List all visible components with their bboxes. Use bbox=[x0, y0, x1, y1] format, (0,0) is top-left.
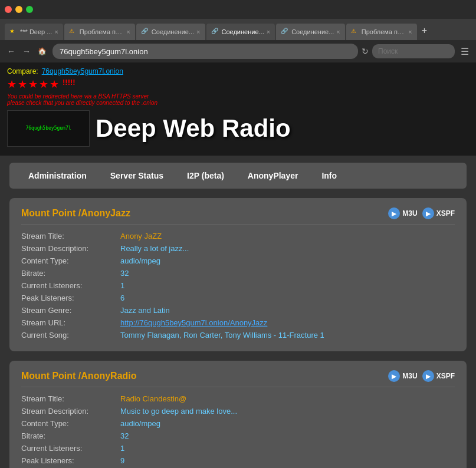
m3u-label-radio: M3U bbox=[402, 372, 417, 380]
tab-close-1[interactable]: × bbox=[54, 28, 58, 35]
tab-label-3: Соединение... bbox=[152, 28, 194, 35]
xspf-button-anony-jazz[interactable]: ▶ XSPF bbox=[422, 207, 455, 219]
back-button[interactable]: ← bbox=[5, 45, 18, 57]
nav-buttons: ← → 🏠 bbox=[5, 45, 49, 57]
search-input[interactable] bbox=[372, 44, 455, 58]
stream-info-anony-radio: Stream Title: Radio Clandestin@ Stream D… bbox=[21, 394, 455, 465]
tab-label-6: Проблема пр... bbox=[362, 28, 406, 35]
value-stream-title-jazz: Anony JaZZ bbox=[120, 232, 455, 240]
m3u-play-icon-radio: ▶ bbox=[388, 370, 400, 382]
home-button[interactable]: 🏠 bbox=[35, 46, 49, 57]
label-current-song-jazz: Current Song: bbox=[21, 331, 116, 340]
value-bitrate-jazz: 32 bbox=[120, 269, 455, 278]
mount-actions-anony-jazz: ▶ M3U ▶ XSPF bbox=[388, 207, 455, 219]
tab-close-2[interactable]: × bbox=[126, 28, 130, 35]
minimize-window-btn[interactable] bbox=[15, 6, 22, 13]
stream-info-anony-jazz: Stream Title: Anony JaZZ Stream Descript… bbox=[21, 232, 455, 340]
maximize-window-btn[interactable] bbox=[26, 6, 33, 13]
title-bar bbox=[0, 0, 476, 19]
label-stream-desc-radio: Stream Description: bbox=[21, 407, 116, 416]
value-current-listeners-radio: 1 bbox=[120, 444, 455, 453]
label-bitrate-jazz: Bitrate: bbox=[21, 269, 116, 278]
xspf-play-icon: ▶ bbox=[422, 207, 434, 219]
label-stream-desc-jazz: Stream Description: bbox=[21, 244, 116, 253]
mount-title-anony-jazz: Mount Point /AnonyJazz bbox=[21, 208, 130, 219]
tab-favicon-1: ★ bbox=[9, 28, 18, 36]
compare-bar: Compare: 76qugh5bey5gum7l.onion bbox=[7, 67, 469, 75]
forward-button[interactable]: → bbox=[20, 45, 33, 57]
tab-favicon-6: ⚠ bbox=[351, 28, 359, 36]
label-peak-listeners-radio: Peak Listeners: bbox=[21, 456, 116, 465]
tab-6[interactable]: ⚠ Проблема пр... × bbox=[346, 24, 417, 40]
address-bar: ← → 🏠 ↻ ☰ bbox=[0, 40, 476, 62]
tab-close-4[interactable]: × bbox=[267, 28, 270, 35]
m3u-button-anony-jazz[interactable]: ▶ M3U bbox=[388, 207, 417, 219]
logo-area: 76qugh5bey5gum7l Deep Web Radio bbox=[7, 108, 469, 149]
label-peak-listeners-jazz: Peak Listeners: bbox=[21, 294, 116, 302]
warning-text-2: please check that you are directly conne… bbox=[7, 100, 469, 106]
label-stream-genre-jazz: Stream Genre: bbox=[21, 306, 116, 315]
browser-chrome: ★ *** Deep ... × ⚠ Проблема пр... × 🔗 Со… bbox=[0, 0, 476, 62]
mount-header-anony-jazz: Mount Point /AnonyJazz ▶ M3U ▶ XSPF bbox=[21, 207, 455, 225]
label-stream-title-jazz: Stream Title: bbox=[21, 232, 116, 240]
tab-3[interactable]: 🔗 Соединение... × bbox=[136, 24, 205, 40]
nav-item-server-status[interactable]: Server Status bbox=[99, 165, 175, 186]
m3u-play-icon: ▶ bbox=[388, 207, 400, 219]
star-1: ★ bbox=[7, 78, 17, 91]
close-window-btn[interactable] bbox=[5, 6, 12, 13]
nav-item-anony-player[interactable]: AnonyPlayer bbox=[236, 165, 310, 186]
star-5: ★ bbox=[50, 78, 59, 91]
nav-item-info[interactable]: Info bbox=[310, 165, 349, 186]
xspf-button-anony-radio[interactable]: ▶ XSPF bbox=[422, 370, 455, 382]
value-stream-desc-jazz: Really a lot of jazz... bbox=[120, 244, 455, 253]
mount-card-anony-jazz: Mount Point /AnonyJazz ▶ M3U ▶ XSPF Stre… bbox=[9, 198, 467, 351]
refresh-button[interactable]: ↻ bbox=[362, 47, 369, 56]
mount-actions-anony-radio: ▶ M3U ▶ XSPF bbox=[388, 370, 455, 382]
value-content-type-jazz: audio/mpeg bbox=[120, 256, 455, 265]
label-content-type-jazz: Content Type: bbox=[21, 256, 116, 265]
url-input[interactable] bbox=[52, 44, 358, 59]
value-stream-title-radio: Radio Clandestin@ bbox=[120, 394, 455, 403]
nav-item-i2p-beta[interactable]: I2P (beta) bbox=[175, 165, 236, 186]
tab-label-4: Соединение... bbox=[222, 28, 264, 35]
nav-item-administration[interactable]: Administration bbox=[17, 165, 99, 186]
mount-header-anony-radio: Mount Point /AnonyRadio ▶ M3U ▶ XSPF bbox=[21, 370, 455, 387]
mount-title-anony-radio: Mount Point /AnonyRadio bbox=[21, 371, 137, 381]
page-content: Compare: 76qugh5bey5gum7l.onion ★ ★ ★ ★ … bbox=[0, 62, 476, 468]
tab-2[interactable]: ⚠ Проблема пр... × bbox=[64, 24, 135, 40]
tab-label-5: Соединение... bbox=[291, 28, 334, 35]
value-stream-genre-jazz: Jazz and Latin bbox=[120, 306, 455, 315]
xspf-label: XSPF bbox=[436, 209, 455, 217]
tab-close-5[interactable]: × bbox=[336, 28, 340, 35]
browser-menu-button[interactable]: ☰ bbox=[458, 45, 471, 58]
value-current-listeners-jazz: 1 bbox=[120, 281, 455, 290]
tab-bar: ★ *** Deep ... × ⚠ Проблема пр... × 🔗 Со… bbox=[0, 19, 476, 40]
tab-4[interactable]: 🔗 Соединение... × bbox=[206, 24, 275, 40]
tab-favicon-3: 🔗 bbox=[141, 28, 149, 36]
tab-favicon-5: 🔗 bbox=[281, 28, 289, 36]
tab-favicon-2: ⚠ bbox=[69, 28, 77, 36]
navigation-bar: Administration Server Status I2P (beta) … bbox=[9, 163, 467, 189]
value-stream-url-jazz[interactable]: http://76qugh5bey5gum7l.onion/AnonyJazz bbox=[120, 318, 455, 327]
site-logo: 76qugh5bey5gum7l bbox=[7, 110, 90, 147]
star-3: ★ bbox=[28, 78, 38, 91]
value-bitrate-radio: 32 bbox=[120, 431, 455, 440]
label-current-listeners-radio: Current Listeners: bbox=[21, 444, 116, 453]
value-current-song-jazz: Tommy Flanagan, Ron Carter, Tony William… bbox=[120, 331, 455, 340]
new-tab-button[interactable]: + bbox=[418, 24, 431, 37]
value-stream-desc-radio: Music to go deep and make love... bbox=[120, 407, 455, 416]
label-bitrate-radio: Bitrate: bbox=[21, 431, 116, 440]
compare-link[interactable]: 76qugh5bey5gum7l.onion bbox=[42, 67, 123, 75]
m3u-label: M3U bbox=[402, 209, 417, 217]
tab-label-1: *** Deep ... bbox=[20, 28, 52, 35]
tab-close-3[interactable]: × bbox=[196, 28, 200, 35]
tab-5[interactable]: 🔗 Соединение... × bbox=[276, 24, 345, 40]
xspf-play-icon-radio: ▶ bbox=[422, 370, 434, 382]
star-4: ★ bbox=[39, 78, 48, 91]
label-stream-title-radio: Stream Title: bbox=[21, 394, 116, 403]
mount-card-anony-radio: Mount Point /AnonyRadio ▶ M3U ▶ XSPF Str… bbox=[9, 361, 467, 468]
tab-1[interactable]: ★ *** Deep ... × bbox=[5, 24, 63, 40]
tab-close-6[interactable]: × bbox=[408, 28, 412, 35]
stars-row: ★ ★ ★ ★ ★ !!!!! bbox=[7, 78, 469, 91]
m3u-button-anony-radio[interactable]: ▶ M3U bbox=[388, 370, 417, 382]
